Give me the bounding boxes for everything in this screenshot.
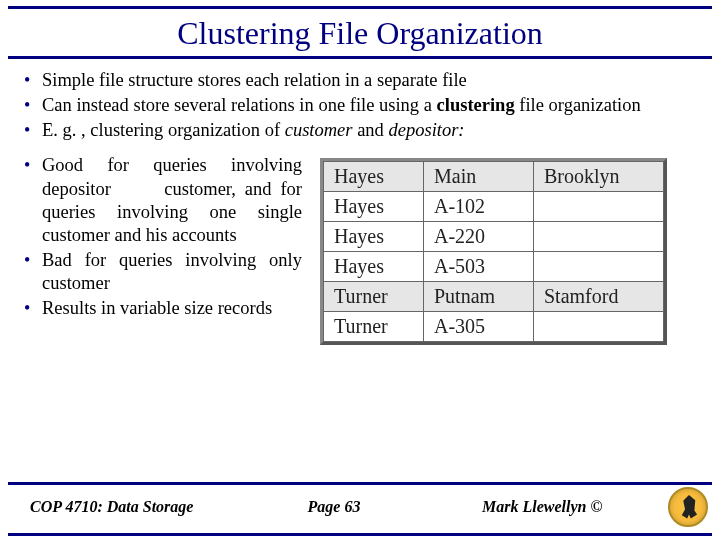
bullet-text: Simple file structure stores each relati… <box>42 70 467 90</box>
bold-term: clustering <box>437 95 515 115</box>
bullet-text: Good for queries involving depositor cus… <box>42 155 302 244</box>
lower-row: Good for queries involving depositor cus… <box>22 154 698 349</box>
bullet-text: Bad for queries involving only customer <box>42 250 302 293</box>
bullet-text: Results in variable size records <box>42 298 272 318</box>
bullet-item: Good for queries involving depositor cus… <box>22 154 302 247</box>
table-cell: Hayes <box>324 162 424 192</box>
bullet-item: E. g. , clustering organization of custo… <box>22 119 698 142</box>
table-cell <box>534 312 664 342</box>
table-cell <box>534 222 664 252</box>
table-cell: A-102 <box>424 192 534 222</box>
content-area: Simple file structure stores each relati… <box>0 69 720 482</box>
lower-right-col: HayesMainBrooklynHayesA-102HayesA-220Hay… <box>320 154 698 349</box>
table-cell: Stamford <box>534 282 664 312</box>
table-cell: A-305 <box>424 312 534 342</box>
table-cell <box>534 192 664 222</box>
table-row: HayesMainBrooklyn <box>324 162 664 192</box>
table-cell: Turner <box>324 312 424 342</box>
table-row: HayesA-503 <box>324 252 664 282</box>
footer-row: COP 4710: Data Storage Page 63 Mark Llew… <box>0 487 720 531</box>
footer-rule-bottom <box>8 533 712 536</box>
italic-term: customer <box>285 120 353 140</box>
slide: Clustering File Organization Simple file… <box>0 0 720 540</box>
title-underline <box>8 56 712 59</box>
bullet-item: Results in variable size records <box>22 297 302 320</box>
footer-rule-top <box>8 482 712 485</box>
bullet-item: Can instead store several relations in o… <box>22 94 698 117</box>
bullet-text: file organization <box>515 95 641 115</box>
table-cell: Main <box>424 162 534 192</box>
table-row: HayesA-102 <box>324 192 664 222</box>
table-row: TurnerA-305 <box>324 312 664 342</box>
table-cell: Hayes <box>324 252 424 282</box>
table-wrapper: HayesMainBrooklynHayesA-102HayesA-220Hay… <box>320 158 667 345</box>
slide-title: Clustering File Organization <box>0 9 720 56</box>
table-cell: Hayes <box>324 192 424 222</box>
bullet-text: and <box>353 120 389 140</box>
top-bullet-list: Simple file structure stores each relati… <box>22 69 698 142</box>
table-row: HayesA-220 <box>324 222 664 252</box>
bullet-item: Simple file structure stores each relati… <box>22 69 698 92</box>
table-cell: Hayes <box>324 222 424 252</box>
table-cell: A-503 <box>424 252 534 282</box>
ucf-logo-icon <box>668 487 708 527</box>
table-row: TurnerPutnamStamford <box>324 282 664 312</box>
italic-term: depositor: <box>388 120 464 140</box>
table-cell: Brooklyn <box>534 162 664 192</box>
footer-author-wrap: Mark Llewellyn © <box>482 487 708 527</box>
table-cell: Turner <box>324 282 424 312</box>
clustering-table: HayesMainBrooklynHayesA-102HayesA-220Hay… <box>323 161 664 342</box>
footer-page: Page 63 <box>221 498 447 516</box>
bullet-text: E. g. , clustering organization of <box>42 120 285 140</box>
lower-left-col: Good for queries involving depositor cus… <box>22 154 302 349</box>
bullet-item: Bad for queries involving only customer <box>22 249 302 295</box>
bullet-text: Can instead store several relations in o… <box>42 95 437 115</box>
table-cell: A-220 <box>424 222 534 252</box>
side-bullet-list: Good for queries involving depositor cus… <box>22 154 302 320</box>
table-cell: Putnam <box>424 282 534 312</box>
footer: COP 4710: Data Storage Page 63 Mark Llew… <box>0 482 720 540</box>
footer-author: Mark Llewellyn © <box>482 498 602 516</box>
table-cell <box>534 252 664 282</box>
